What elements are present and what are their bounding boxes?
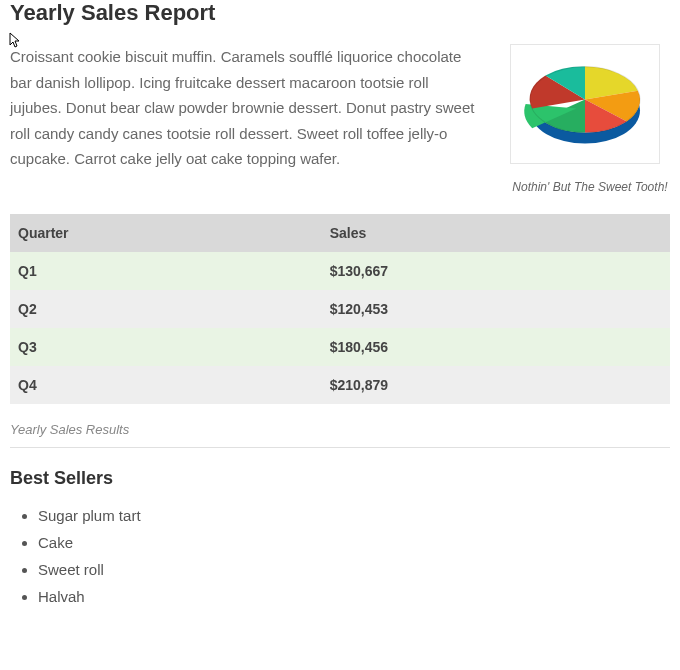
intro-paragraph: Croissant cookie biscuit muffin. Caramel… [10, 44, 480, 172]
cell-sales: $180,456 [322, 328, 670, 366]
list-item: Cake [38, 534, 670, 551]
list-item: Sugar plum tart [38, 507, 670, 524]
table-row: Q1 $130,667 [10, 252, 670, 290]
pie-chart-icon [510, 44, 660, 164]
chart-figure: Nothin' But The Sweet Tooth! [510, 44, 670, 194]
best-sellers-list: Sugar plum tart Cake Sweet roll Halvah [10, 507, 670, 605]
table-header-quarter: Quarter [10, 214, 322, 252]
cell-quarter: Q4 [10, 366, 322, 404]
cell-quarter: Q1 [10, 252, 322, 290]
sales-table: Quarter Sales Q1 $130,667 Q2 $120,453 Q3… [10, 214, 670, 404]
cell-quarter: Q3 [10, 328, 322, 366]
cell-quarter: Q2 [10, 290, 322, 328]
table-header-sales: Sales [322, 214, 670, 252]
cell-sales: $120,453 [322, 290, 670, 328]
table-header-row: Quarter Sales [10, 214, 670, 252]
cell-sales: $210,879 [322, 366, 670, 404]
list-item: Sweet roll [38, 561, 670, 578]
table-row: Q2 $120,453 [10, 290, 670, 328]
table-row: Q3 $180,456 [10, 328, 670, 366]
table-row: Q4 $210,879 [10, 366, 670, 404]
page-title: Yearly Sales Report [10, 0, 670, 26]
intro-section: Croissant cookie biscuit muffin. Caramel… [10, 44, 670, 194]
list-item: Halvah [38, 588, 670, 605]
section-divider [10, 447, 670, 448]
table-caption: Yearly Sales Results [10, 422, 670, 437]
cell-sales: $130,667 [322, 252, 670, 290]
best-sellers-heading: Best Sellers [10, 468, 670, 489]
chart-caption: Nothin' But The Sweet Tooth! [510, 180, 670, 194]
